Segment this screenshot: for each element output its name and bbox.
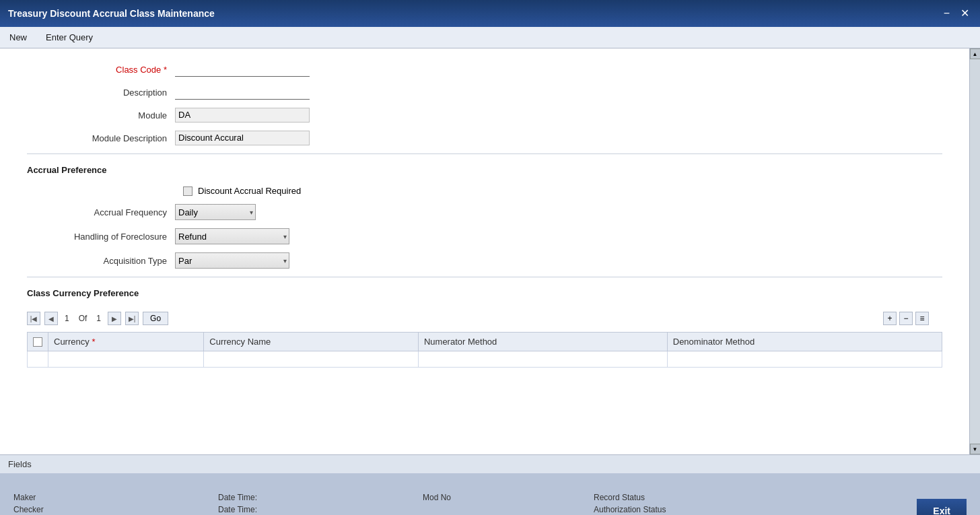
page-of-label: Of [76,314,90,323]
acquisition-type-select[interactable]: Par Discount Premium [175,252,289,269]
fields-label: Fields [8,459,32,469]
menu-new[interactable]: New [5,31,31,44]
col-currency: Currency * [48,333,204,351]
maker-label: Maker [13,493,36,502]
go-button[interactable]: Go [143,312,168,325]
discount-accrual-row: Discount Accrual Required [183,186,942,196]
list-button[interactable]: ≡ [915,312,929,325]
datetime2-row: Date Time: [218,505,420,514]
class-code-row: Class Code * [27,62,942,77]
currency-section: Class Currency Preference |◀ ◀ 1 Of 1 ▶ … [27,288,942,368]
pagination-bar: |◀ ◀ 1 Of 1 ▶ ▶| Go + − ≡ [27,309,942,328]
table-row [28,351,942,368]
record-status-label: Record Status [594,493,645,502]
description-label: Description [27,88,175,98]
next-page-button[interactable]: ▶ [108,312,121,325]
separator-1 [27,153,942,154]
scroll-down-button[interactable]: ▼ [970,444,981,454]
class-code-label: Class Code * [27,65,175,75]
foreclosure-label: Handling of Foreclosure [27,232,175,242]
row-numerator-cell [418,351,667,368]
auth-status-row [423,505,591,514]
page-total: 1 [94,314,104,323]
footer: Maker Date Time: Mod No Record Status Ch… [0,473,980,515]
class-code-input[interactable] [175,62,310,77]
description-row: Description [27,85,942,100]
acquisition-type-label: Acquisition Type [27,256,175,266]
currency-table: Currency * Currency Name Numerator Metho… [27,332,942,368]
form-area: Class Code * Description Module DA Modul… [0,48,969,454]
separator-2 [27,277,942,277]
foreclosure-select[interactable]: Refund Liquidate [175,228,289,244]
currency-preference-header: Class Currency Preference [27,288,942,301]
accrual-frequency-row: Accrual Frequency Daily Weekly Monthly Q… [27,204,942,220]
auth-status-label-row: Authorization Status [594,505,796,514]
module-description-value: Discount Accural [175,131,310,145]
minimize-button[interactable]: − [941,8,952,19]
description-input[interactable] [175,85,310,100]
title-bar: Treasury Discount Accrual Class Maintena… [0,0,980,27]
checker-label: Checker [13,505,44,514]
module-value: DA [175,108,310,123]
table-select-all-checkbox[interactable] [33,337,42,347]
record-status-row: Record Status [594,493,796,502]
main-content: Class Code * Description Module DA Modul… [0,48,980,454]
row-currency-name-cell [204,351,419,368]
auth-status-label: Authorization Status [594,505,666,514]
module-label: Module [27,110,175,121]
datetime1-row: Date Time: [218,493,420,502]
fields-section: Fields [0,454,980,473]
mod-no-label: Mod No [423,493,451,502]
module-description-row: Module Description Discount Accural [27,131,942,145]
scroll-up-button[interactable]: ▲ [970,48,981,59]
accrual-preference-header: Accrual Preference [27,165,942,178]
main-scrollbar[interactable]: ▲ ▼ [969,48,980,454]
col-currency-name: Currency Name [204,333,419,351]
acquisition-type-row: Acquisition Type Par Discount Premium ▾ [27,252,942,269]
menu-enter-query[interactable]: Enter Query [42,31,97,44]
accrual-frequency-select[interactable]: Daily Weekly Monthly Quarterly Annually [175,204,256,220]
page-current: 1 [62,314,72,323]
maker-row: Maker [13,493,215,502]
mod-no-row: Mod No [423,493,591,502]
pagination-icons: + − ≡ [883,312,929,325]
menu-bar: New Enter Query [0,27,980,48]
app-title: Treasury Discount Accrual Class Maintena… [8,8,215,19]
row-denominator-cell [667,351,942,368]
checker-row: Checker [13,505,215,514]
footer-grid: Maker Date Time: Mod No Record Status Ch… [13,493,967,514]
delete-row-button[interactable]: − [899,312,913,325]
discount-accrual-label: Discount Accrual Required [198,186,301,196]
discount-accrual-checkbox[interactable] [183,186,193,196]
acquisition-type-wrapper: Par Discount Premium ▾ [175,252,289,269]
first-page-button[interactable]: |◀ [27,312,40,325]
last-page-button[interactable]: ▶| [125,312,139,325]
foreclosure-wrapper: Refund Liquidate ▾ [175,228,289,244]
row-currency-cell [48,351,204,368]
module-row: Module DA [27,108,942,123]
prev-page-button[interactable]: ◀ [44,312,58,325]
row-checkbox-cell [28,351,48,368]
col-denominator-method: Denominator Method [667,333,942,351]
datetime1-label: Date Time: [218,493,257,502]
col-numerator-method: Numerator Method [418,333,667,351]
module-description-label: Module Description [27,133,175,143]
accrual-frequency-wrapper: Daily Weekly Monthly Quarterly Annually … [175,204,256,220]
add-row-button[interactable]: + [883,312,897,325]
accrual-frequency-label: Accrual Frequency [27,207,175,217]
window-controls: − ✕ [941,8,972,19]
datetime2-label: Date Time: [218,505,257,514]
close-button[interactable]: ✕ [958,8,972,19]
exit-button[interactable]: Exit [917,499,967,515]
foreclosure-row: Handling of Foreclosure Refund Liquidate… [27,228,942,244]
col-checkbox [28,333,48,351]
